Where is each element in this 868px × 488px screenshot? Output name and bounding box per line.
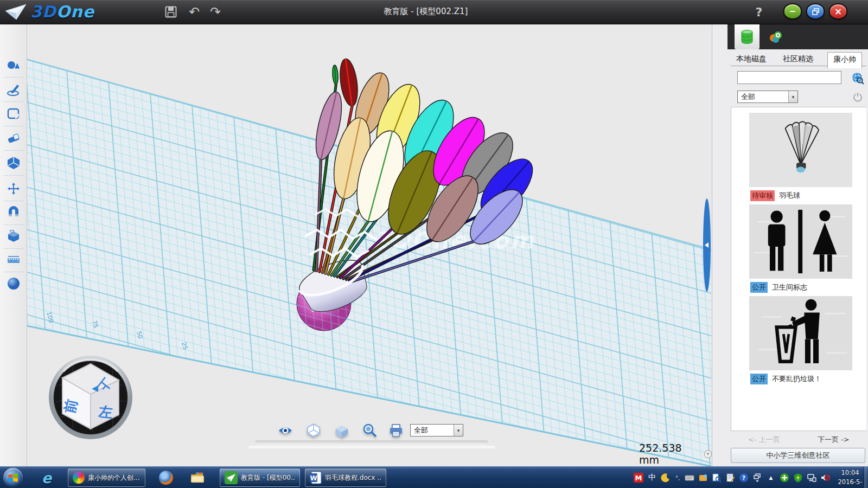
save-button[interactable] (163, 4, 179, 20)
security-shield-tray-icon[interactable] (793, 473, 803, 483)
model-name: 不要乱扔垃圾！ (772, 374, 821, 384)
volume-muted-tray-icon[interactable] (820, 473, 830, 483)
3done-app-icon (225, 471, 238, 484)
taskbar-explorer-button[interactable] (188, 469, 207, 486)
panel-collapse-handle[interactable] (703, 198, 711, 292)
model-name: 羽毛球 (779, 191, 800, 201)
shaded-view-button[interactable] (334, 424, 349, 438)
zoom-button[interactable] (362, 423, 377, 437)
model-item-label: 待审核 羽毛球 (750, 190, 800, 201)
sketch-tool[interactable] (7, 82, 21, 97)
notes-doc-tray-icon[interactable] (725, 473, 735, 483)
start-button[interactable] (3, 468, 23, 487)
save-icon (165, 6, 177, 18)
no-littering-sign-image (749, 296, 852, 370)
prev-page-button[interactable]: <- 上一页 (748, 435, 780, 445)
toolbar-shelf (248, 440, 495, 448)
display-filter-value: 全部 (411, 426, 454, 435)
moon-ime-icon[interactable] (661, 473, 671, 483)
scene-svg: 100 75 50 25 3DOne.com (27, 24, 712, 466)
taskbar-button-label: 康小帅的个人创... (88, 473, 139, 483)
close-icon: × (834, 6, 842, 17)
m-app-tray-icon[interactable]: M (634, 473, 643, 483)
panel-icon-tabs (727, 24, 868, 49)
status-dimension: 252.538 mm ▾ (639, 442, 712, 466)
community-site-button[interactable]: 中小学三维创意社区 (731, 448, 865, 463)
tab-local-disk[interactable]: 本地磁盘 (736, 54, 767, 64)
internet-explorer-icon: e (42, 470, 52, 486)
status-badge-public: 公开 (750, 282, 768, 293)
viewport-canvas[interactable]: 100 75 50 25 3DOne.com (27, 24, 712, 466)
primitives-tool[interactable] (7, 58, 21, 72)
windows-logo-icon (8, 473, 18, 482)
taskbar-button-label: 羽毛球教程.docx ... (325, 473, 381, 483)
material-render-tool[interactable] (7, 277, 21, 291)
word-document-icon: W (310, 471, 322, 484)
display-filter-dropdown[interactable]: 全部 ▾ (410, 424, 463, 436)
window-title: 教育版 - [模型002.Z1] (326, 7, 526, 17)
toolbar-separator (4, 150, 23, 151)
toolbar-separator (4, 77, 23, 78)
show-hidden-icons-button[interactable]: ▲ (766, 473, 776, 483)
taskbar-clock[interactable]: 10:04 2016-5-17 (834, 468, 866, 488)
close-button[interactable]: × (829, 3, 847, 20)
model-item-label: 公开 不要乱扔垃圾！ (750, 374, 821, 384)
tab-community-featured[interactable]: 社区精选 (783, 54, 813, 64)
taskbar-ie-button[interactable]: e (37, 469, 56, 486)
category-filter-dropdown[interactable]: 全部 ▾ (737, 91, 798, 103)
taskbar-browser-window-button[interactable]: 康小帅的个人创... (68, 468, 145, 487)
app-logo: 3DOne (4, 2, 94, 21)
eraser-tool[interactable] (7, 131, 21, 145)
feature-cube-tool[interactable] (7, 156, 21, 170)
move-tool[interactable] (7, 182, 21, 196)
dimension-value: 252.538 mm (639, 442, 700, 466)
taskbar-firefox-button[interactable] (156, 469, 176, 486)
model-thumbnail-restroom[interactable] (749, 204, 852, 279)
model-thumbnail-yumaoqiu[interactable] (749, 113, 852, 187)
help-button[interactable]: ? (751, 4, 767, 20)
search-input[interactable] (737, 71, 841, 84)
view-cube[interactable]: 前 上 左 (49, 356, 132, 439)
sketch-edit-tool[interactable] (7, 107, 21, 121)
tab-local-library[interactable] (735, 24, 760, 49)
antivirus-tray-icon[interactable] (780, 473, 789, 483)
restroom-sign-image (749, 204, 852, 279)
toolbar-separator (4, 126, 23, 126)
combine-tool[interactable] (7, 230, 21, 244)
undo-button[interactable]: ↶ (186, 4, 202, 20)
search-doc-tray-icon[interactable] (712, 473, 722, 483)
maximize-button[interactable] (806, 3, 825, 20)
tab-community-site[interactable] (763, 24, 788, 49)
window-restore-tray-icon[interactable] (752, 473, 762, 483)
filter-row: 全部 ▾ (731, 91, 866, 104)
visibility-eye-button[interactable] (278, 423, 293, 438)
chevron-down-icon: ▾ (454, 425, 463, 436)
network-tray-icon[interactable] (807, 473, 816, 483)
print-button[interactable] (388, 423, 404, 438)
show-desktop-button[interactable] (864, 467, 868, 488)
taskbar-word-window-button[interactable]: W 羽毛球教程.docx ... (305, 468, 386, 487)
taskbar-3done-window-button[interactable]: 教育版 - [模型00... (220, 468, 300, 487)
tab-user-kangxiaoshuai[interactable]: 康小帅 (827, 52, 862, 68)
ime-mode-marks[interactable]: °, (674, 473, 681, 483)
ime-language-icon[interactable]: 中 (647, 473, 657, 483)
paper-plane-icon (4, 3, 27, 21)
redo-button[interactable]: ↷ (207, 4, 224, 20)
windows-taskbar: e 康小帅的个人创... 教育版 - [模型00... W 羽毛球教程.docx… (0, 466, 868, 488)
database-icon (740, 29, 754, 44)
wireframe-view-button[interactable] (306, 423, 321, 437)
keyboard-tray-icon[interactable] (685, 473, 694, 483)
next-page-button[interactable]: 下一页 -> (818, 435, 850, 445)
power-logout-icon[interactable] (852, 92, 863, 102)
search-globe-icon[interactable] (851, 72, 864, 85)
measure-tool[interactable] (7, 253, 21, 267)
minimize-button[interactable]: − (783, 3, 802, 20)
titlebar: 3DOne ↶ ↷ 教育版 - [模型002.Z1] ? − × (0, 0, 868, 24)
model-thumbnail-nolitter[interactable] (749, 296, 852, 370)
system-tray: M 中 °, ? (634, 467, 830, 488)
redo-icon: ↷ (210, 4, 221, 20)
help-tray-icon[interactable]: ? (739, 473, 749, 483)
ime-skin-tray-icon[interactable] (698, 473, 708, 483)
magnet-tool[interactable] (7, 206, 21, 220)
dimension-dropdown-icon[interactable]: ▾ (704, 450, 712, 458)
